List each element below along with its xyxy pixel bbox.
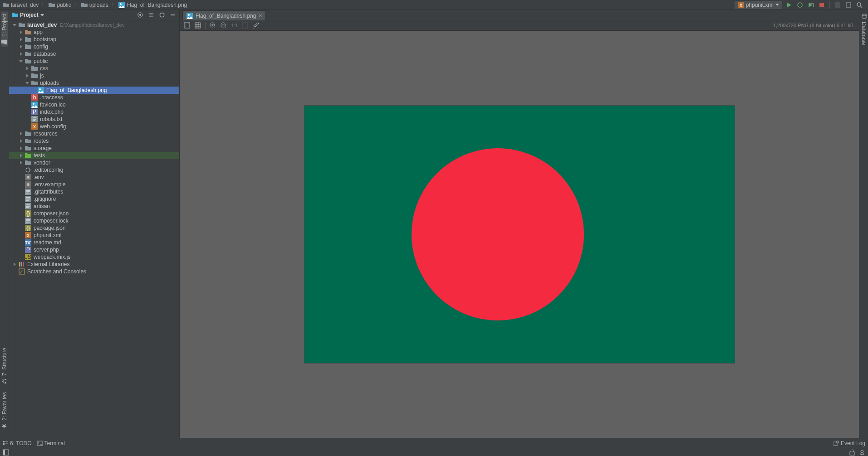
project-panel-title[interactable]: Project [12,12,134,18]
tree-row[interactable]: Flag_of_Bangladesh.png [9,87,179,94]
tree-row[interactable]: JSwebpack.mix.js [9,253,179,261]
tree-row[interactable]: .gitignore [9,195,179,203]
zoom-in-button[interactable] [208,21,217,30]
tree-row[interactable]: .env.example [9,181,179,188]
todo-tool-window-button[interactable]: 6: TODO [3,440,32,446]
zoom-out-button[interactable] [219,21,228,30]
locate-button[interactable] [137,11,144,19]
todo-label: 6: TODO [10,440,32,446]
database-tool-window-button[interactable]: Database [861,12,867,47]
crumb-public[interactable]: public [49,2,71,8]
tree-arrow-icon[interactable] [17,30,25,34]
crumb-label: Flag_of_Bangladesh.png [127,2,187,8]
crumb-root[interactable]: laravel_dev [3,2,39,8]
structure-icon [1,378,8,384]
tree-row[interactable]: laravel_devE:\Xampp\htdocs\laravel_dev [9,21,179,29]
svg-rect-48 [19,262,20,267]
tree-arrow-icon[interactable] [11,24,18,26]
editor-tab[interactable]: Flag_of_Bangladesh.png × [182,10,266,20]
tree-row[interactable]: public [9,58,179,65]
toolbar-separator [829,1,830,9]
tree-row[interactable]: {}package.json [9,224,179,232]
tree-arrow-icon[interactable] [24,67,31,70]
tree-arrow-icon[interactable] [17,52,25,56]
run-with-coverage-button[interactable] [807,1,815,9]
ide-lock-button[interactable] [849,449,855,456]
tree-row[interactable]: .gitattributes [9,188,179,195]
tree-arrow-icon[interactable] [17,38,25,41]
tree-node-icon [25,43,32,50]
collapse-all-button[interactable] [147,11,155,19]
tree-node-label: js [40,73,44,79]
tree-node-label: composer.lock [34,218,69,224]
tree-row[interactable]: js [9,72,179,79]
crumb-file[interactable]: Flag_of_Bangladesh.png [118,2,187,8]
tree-arrow-icon[interactable] [24,74,31,78]
debug-button[interactable] [796,1,804,9]
tree-row[interactable]: xweb.config [9,123,179,130]
tree-row[interactable]: artisan [9,203,179,210]
tree-arrow-icon[interactable] [17,146,25,150]
tree-arrow-icon[interactable] [11,262,18,266]
tree-row[interactable]: .env [9,174,179,181]
tree-arrow-icon[interactable] [17,154,25,157]
tree-row[interactable]: {}composer.json [9,210,179,217]
tree-row[interactable]: config [9,43,179,50]
svg-point-67 [861,450,863,453]
tree-arrow-icon[interactable] [17,132,25,136]
tree-row[interactable]: database [9,50,179,58]
tree-row[interactable]: xphpunit.xml [9,232,179,239]
tree-row[interactable]: Pindex.php [9,108,179,116]
search-everywhere-button[interactable] [855,1,863,9]
tree-node-label: css [40,65,48,72]
tree-row[interactable]: Scratches and Consoles [9,268,179,275]
tree-arrow-icon[interactable] [17,161,25,165]
tree-row[interactable]: .editorconfig [9,166,179,174]
color-picker-button[interactable] [251,21,260,30]
event-log-button[interactable]: Event Log [834,440,865,446]
tree-row[interactable]: h.htaccess [9,94,179,101]
tree-row[interactable]: vendor [9,159,179,166]
tree-row[interactable]: favicon.ico [9,101,179,108]
hector-indicator-button[interactable] [859,449,865,456]
tree-row[interactable]: routes [9,137,179,145]
git-button[interactable] [844,1,853,9]
tree-row[interactable]: composer.lock [9,217,179,224]
close-tab-button[interactable]: × [259,13,262,19]
terminal-tool-window-button[interactable]: Terminal [37,440,65,446]
structure-tool-window-button[interactable]: 7: Structure [1,346,8,386]
grid-toggle-button[interactable] [193,21,202,30]
crumb-uploads[interactable]: uploads [81,2,108,8]
tree-row[interactable]: Pserver.php [9,246,179,253]
stop-button[interactable] [818,1,826,9]
tree-node-icon [25,203,32,210]
project-tree[interactable]: laravel_devE:\Xampp\htdocs\laravel_devap… [9,20,179,438]
tree-row[interactable]: app [9,29,179,36]
tree-row[interactable]: resources [9,130,179,137]
svg-rect-15 [171,15,175,15]
status-bar [0,448,868,456]
tab-label: Flag_of_Bangladesh.png [196,13,256,19]
tree-arrow-icon[interactable] [17,60,25,63]
fit-to-window-button[interactable] [182,21,191,30]
run-button[interactable] [785,1,793,9]
settings-button[interactable] [158,11,166,19]
tree-row[interactable]: uploads [9,79,179,87]
background-toggle-button[interactable] [240,21,250,30]
tree-row[interactable]: tests [9,152,179,159]
hide-button[interactable] [169,11,177,19]
run-config-dropdown[interactable]: x phpunit.xml [735,1,782,9]
tool-windows-toggle-button[interactable] [3,449,9,456]
tree-row[interactable]: storage [9,145,179,152]
tree-row[interactable]: css [9,65,179,72]
tree-row[interactable]: External Libraries [9,261,179,268]
favorites-tool-window-button[interactable]: 2: Favorites [1,390,8,431]
tree-row[interactable]: mdreadme.md [9,239,179,246]
tree-arrow-icon[interactable] [24,82,31,84]
image-canvas[interactable] [180,31,859,438]
project-tool-window-button[interactable]: 1: Project [1,12,8,47]
tree-row[interactable]: robots.txt [9,116,179,123]
tree-arrow-icon[interactable] [17,139,25,143]
tree-arrow-icon[interactable] [17,45,25,49]
tree-row[interactable]: bootstrap [9,36,179,43]
